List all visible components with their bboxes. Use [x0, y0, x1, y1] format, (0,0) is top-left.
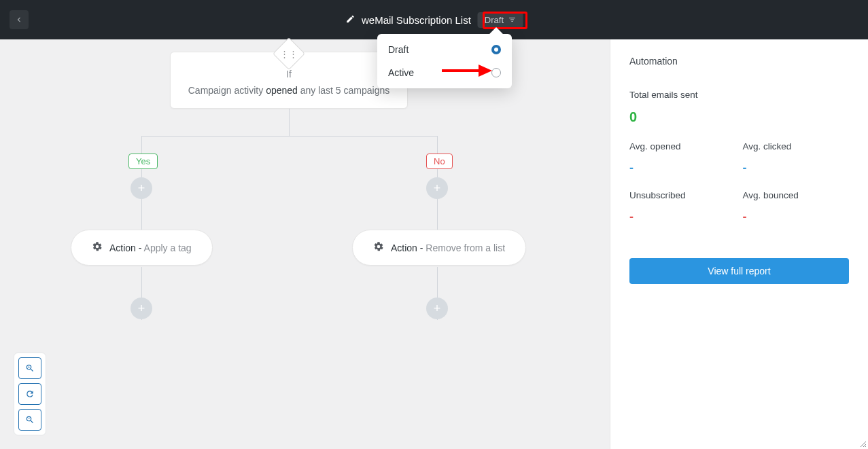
- stats-grid: Avg. opened - Avg. clicked - Unsubscribe…: [629, 141, 849, 224]
- status-chip[interactable]: Draft: [478, 12, 523, 28]
- avg-clicked-label: Avg. clicked: [743, 141, 850, 151]
- zoom-out-button[interactable]: [18, 409, 41, 431]
- view-full-report-button[interactable]: View full report: [629, 258, 849, 284]
- condition-text: Campaign activity opened any last 5 camp…: [181, 85, 396, 96]
- sidebar-heading: Automation: [629, 56, 849, 67]
- add-step-button-yes-2[interactable]: +: [131, 298, 152, 319]
- condition-if-label: If: [181, 69, 396, 79]
- status-option-draft[interactable]: Draft: [377, 38, 512, 61]
- connector: [141, 136, 437, 137]
- title-wrap: weMail Subscription List Draft: [345, 12, 523, 28]
- status-chip-label: Draft: [485, 15, 504, 25]
- condition-prefix: Campaign activity: [188, 85, 264, 96]
- status-popover: Draft Active: [377, 34, 512, 88]
- status-option-label: Active: [388, 67, 414, 78]
- action-detail: Remove from a list: [426, 243, 505, 253]
- status-option-active[interactable]: Active: [377, 61, 512, 84]
- avg-clicked-value: -: [743, 161, 850, 175]
- refresh-icon: [25, 389, 35, 399]
- branch-label-yes: Yes: [128, 154, 158, 169]
- action-node-no[interactable]: Action - Remove from a list: [352, 230, 526, 266]
- add-step-button-no-2[interactable]: +: [426, 298, 448, 319]
- unsubscribed-label: Unsubscribed: [629, 190, 736, 200]
- radio-unselected-icon: [491, 68, 501, 77]
- unsubscribed-value: -: [629, 210, 736, 224]
- arrow-left-icon: [14, 15, 24, 24]
- total-emails-value: 0: [629, 109, 849, 125]
- edit-title-button[interactable]: [345, 14, 355, 26]
- gear-icon: [373, 241, 384, 254]
- action-prefix: Action -: [391, 243, 423, 253]
- automation-title: weMail Subscription List: [362, 14, 471, 26]
- avg-opened-value: -: [629, 161, 736, 175]
- branch-label-no: No: [426, 154, 453, 169]
- condition-bold: opened: [266, 85, 298, 96]
- avg-opened-label: Avg. opened: [629, 141, 736, 151]
- action-prefix: Action -: [109, 243, 141, 253]
- zoom-toolbox: [14, 353, 46, 435]
- automation-sidebar: Automation Total emails sent 0 Avg. open…: [610, 39, 868, 449]
- status-option-label: Draft: [388, 44, 409, 55]
- flow-canvas[interactable]: ⋮⋮ If Campaign activity opened any last …: [0, 39, 610, 449]
- zoom-reset-button[interactable]: [18, 383, 41, 405]
- pencil-icon: [345, 14, 355, 24]
- resize-grip-icon: [860, 441, 867, 448]
- condition-suffix: any last 5 campaigns: [300, 85, 390, 96]
- filter-lines-icon: [508, 16, 516, 24]
- avg-bounced-label: Avg. bounced: [743, 190, 850, 200]
- zoom-out-icon: [25, 415, 35, 425]
- action-node-yes[interactable]: Action - Apply a tag: [71, 230, 213, 266]
- radio-selected-icon: [491, 45, 501, 54]
- back-button[interactable]: [10, 10, 29, 29]
- zoom-in-button[interactable]: [18, 357, 41, 379]
- add-step-button-yes-1[interactable]: +: [131, 177, 152, 199]
- total-emails-label: Total emails sent: [629, 90, 849, 100]
- avg-bounced-value: -: [743, 210, 850, 224]
- connector: [289, 107, 290, 136]
- action-detail: Apply a tag: [144, 243, 192, 253]
- gear-icon: [92, 241, 103, 254]
- zoom-in-icon: [25, 363, 35, 373]
- add-step-button-no-1[interactable]: +: [426, 177, 448, 199]
